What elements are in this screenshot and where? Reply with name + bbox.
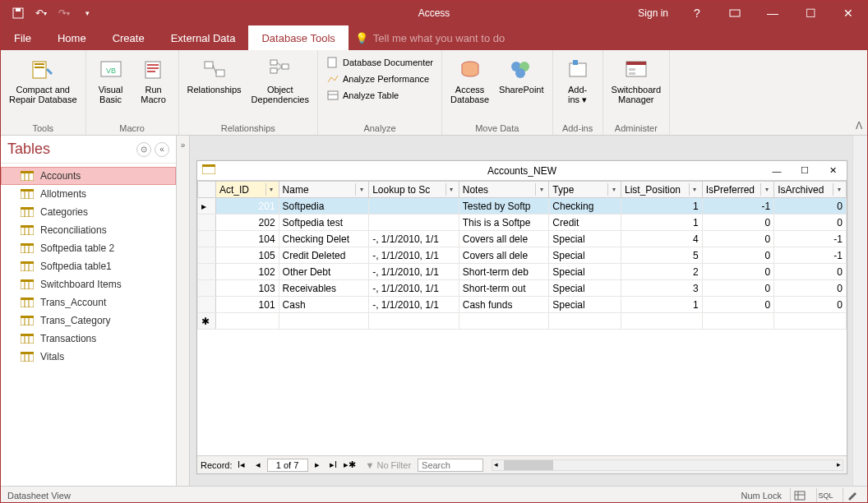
nav-filter-dropdown-icon[interactable]: ⊙: [136, 142, 151, 157]
run-macro-button[interactable]: Run Macro: [134, 53, 173, 106]
column-filter-icon[interactable]: ▾: [355, 183, 367, 196]
sql-view-icon[interactable]: SQL: [816, 488, 834, 503]
tab-file[interactable]: File: [1, 25, 44, 50]
table-row[interactable]: 104Checking Delet-, 1/1/2010, 1/1Covers …: [198, 231, 847, 247]
analyze-table-icon: [326, 89, 339, 102]
tab-database-tools[interactable]: Database Tools: [248, 25, 348, 50]
nav-item-allotments[interactable]: Allotments: [1, 185, 176, 203]
nav-item-accounts[interactable]: Accounts: [1, 167, 176, 185]
column-header[interactable]: List_Position▾: [621, 182, 703, 198]
vertical-scrollbar[interactable]: [852, 136, 867, 486]
column-header[interactable]: Lookup to Sc▾: [369, 182, 459, 198]
column-filter-icon[interactable]: ▾: [265, 183, 277, 196]
row-selector[interactable]: [198, 215, 216, 231]
nav-next-icon[interactable]: ▸: [310, 458, 325, 473]
svg-rect-20: [328, 58, 336, 67]
nav-item-vitals[interactable]: Vitals: [1, 348, 176, 366]
sign-in-link[interactable]: Sign in: [628, 7, 678, 19]
subwin-close-icon[interactable]: ✕: [819, 161, 847, 181]
documenter-icon: [326, 56, 339, 69]
column-filter-icon[interactable]: ▾: [833, 183, 844, 196]
access-database-button[interactable]: Access Database: [447, 53, 492, 106]
new-record-row[interactable]: ✱: [198, 313, 847, 330]
column-header[interactable]: IsArchived▾: [774, 182, 847, 198]
filter-indicator[interactable]: ▼ No Filter: [366, 460, 412, 470]
row-selector[interactable]: [198, 264, 216, 280]
nav-last-icon[interactable]: ▸I: [326, 458, 341, 473]
redo-icon[interactable]: ↷▾: [53, 3, 75, 23]
horizontal-scrollbar[interactable]: ◂▸: [492, 459, 843, 471]
analyze-table-button[interactable]: Analyze Table: [323, 88, 436, 103]
nav-item-trans-account[interactable]: Trans_Account: [1, 293, 176, 311]
nav-item-transactions[interactable]: Transactions: [1, 330, 176, 348]
table-row[interactable]: 102Other Debt-, 1/1/2010, 1/1Short-term …: [198, 264, 847, 280]
column-filter-icon[interactable]: ▾: [760, 183, 772, 196]
table-row[interactable]: 101Cash-, 1/1/2010, 1/1Cash fundsSpecial…: [198, 297, 847, 313]
svg-rect-32: [629, 72, 635, 75]
column-header[interactable]: Name▾: [279, 182, 369, 198]
shutter-bar-icon[interactable]: »: [177, 136, 190, 486]
tab-external-data[interactable]: External Data: [158, 25, 249, 50]
nav-collapse-icon[interactable]: «: [155, 142, 169, 157]
table-icon: [21, 352, 34, 362]
table-row[interactable]: ▸201SoftpediaTested by SoftpChecking1-10: [198, 198, 847, 215]
design-view-icon[interactable]: [843, 488, 861, 503]
record-search-input[interactable]: [418, 459, 483, 472]
minimize-icon[interactable]: —: [754, 1, 792, 25]
nav-new-icon[interactable]: ▸✱: [343, 458, 358, 473]
svg-rect-17: [282, 64, 289, 69]
relationships-button[interactable]: Relationships: [184, 53, 245, 96]
database-documenter-button[interactable]: Database Documenter: [323, 55, 436, 70]
maximize-icon[interactable]: ☐: [792, 1, 829, 25]
compact-repair-button[interactable]: Compact and Repair Database: [6, 53, 81, 106]
row-selector[interactable]: [198, 247, 216, 264]
help-icon[interactable]: ?: [678, 1, 716, 25]
qat-customize-icon[interactable]: ▾: [76, 3, 98, 23]
datasheet-view-icon[interactable]: [790, 488, 808, 503]
row-selector[interactable]: ▸: [198, 198, 216, 215]
close-icon[interactable]: ✕: [829, 1, 867, 25]
save-icon[interactable]: [7, 3, 29, 23]
nav-item-switchboard-items[interactable]: Switchboard Items: [1, 275, 176, 293]
column-header[interactable]: IsPreferred▾: [702, 182, 774, 198]
column-filter-icon[interactable]: ▾: [689, 183, 700, 196]
table-row[interactable]: 103Receivables-, 1/1/2010, 1/1Short-term…: [198, 280, 847, 297]
run-macro-icon: [141, 57, 167, 83]
datasheet-grid[interactable]: Act_ID▾Name▾Lookup to Sc▾Notes▾Type▾List…: [197, 181, 847, 330]
column-filter-icon[interactable]: ▾: [607, 183, 619, 196]
column-filter-icon[interactable]: ▾: [446, 183, 457, 196]
nav-first-icon[interactable]: I◂: [234, 458, 249, 473]
tell-me-search[interactable]: 💡 Tell me what you want to do: [349, 25, 505, 50]
analyze-performance-button[interactable]: Analyze Performance: [323, 72, 436, 86]
subwin-minimize-icon[interactable]: —: [763, 161, 791, 181]
visual-basic-button[interactable]: VBVisual Basic: [91, 53, 131, 106]
nav-item-trans-category[interactable]: Trans_Category: [1, 311, 176, 330]
ribbon-options-icon[interactable]: [716, 1, 754, 25]
object-dependencies-button[interactable]: Object Dependencies: [248, 53, 312, 106]
sharepoint-button[interactable]: SharePoint: [496, 53, 547, 96]
subwin-maximize-icon[interactable]: ☐: [791, 161, 819, 181]
undo-icon[interactable]: ↶▾: [30, 3, 52, 23]
nav-item-categories[interactable]: Categories: [1, 203, 176, 221]
nav-item-softpedia-table-2[interactable]: Softpedia table 2: [1, 239, 176, 257]
table-row[interactable]: 105Credit Deleted-, 1/1/2010, 1/1Covers …: [198, 247, 847, 264]
tab-create[interactable]: Create: [99, 25, 158, 50]
column-filter-icon[interactable]: ▾: [535, 183, 547, 196]
switchboard-manager-button[interactable]: Switchboard Manager: [608, 53, 665, 106]
nav-prev-icon[interactable]: ◂: [251, 458, 265, 473]
column-header[interactable]: Type▾: [549, 182, 621, 198]
row-selector[interactable]: [198, 280, 216, 297]
nav-item-reconciliations[interactable]: Reconciliations: [1, 221, 176, 239]
column-header[interactable]: Notes▾: [459, 182, 549, 198]
tab-home[interactable]: Home: [44, 25, 99, 50]
row-selector[interactable]: [198, 231, 216, 247]
table-row[interactable]: 202Softpedia testThis is a SoftpeCredit1…: [198, 215, 847, 231]
app-title: Access: [418, 7, 450, 19]
record-position-input[interactable]: [267, 459, 308, 472]
nav-item-softpedia-table1[interactable]: Softpedia table1: [1, 257, 176, 275]
row-selector[interactable]: [198, 297, 216, 313]
collapse-ribbon-icon[interactable]: ᐱ: [856, 120, 862, 132]
nav-title[interactable]: Tables: [7, 141, 50, 158]
column-header[interactable]: Act_ID▾: [215, 182, 279, 198]
add-ins-button[interactable]: Add- ins ▾: [558, 53, 598, 107]
